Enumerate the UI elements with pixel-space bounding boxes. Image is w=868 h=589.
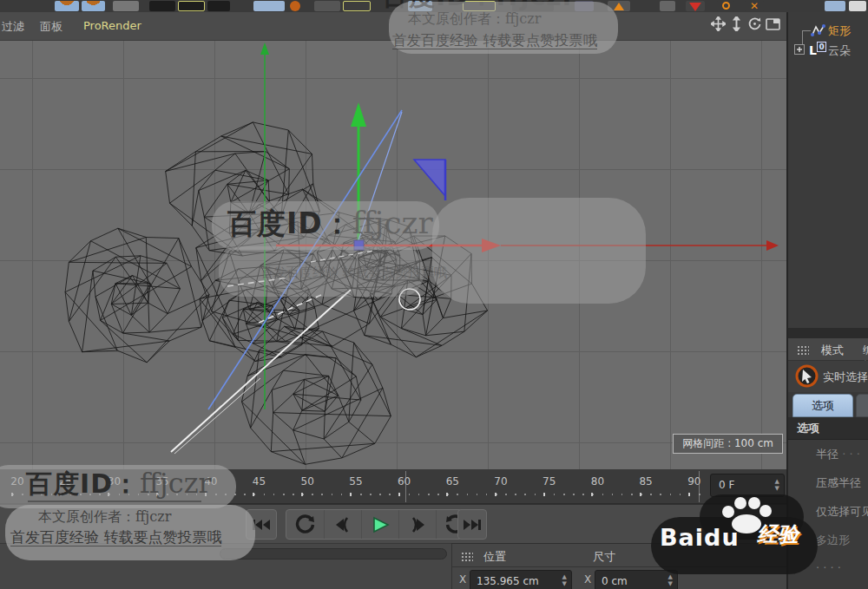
toolbar-icon-2[interactable] xyxy=(113,1,139,11)
toolbar-icon-1[interactable] xyxy=(82,1,105,11)
timeline-tick-label: 85 xyxy=(639,475,652,488)
toolbar-icon-7[interactable] xyxy=(290,1,300,11)
next-frame-button[interactable] xyxy=(398,510,436,539)
coordinates-panel: 位置 尺寸 X 135.965 cm ▲▼ X 0 cm ▲▼ xyxy=(451,543,786,589)
divider xyxy=(452,566,787,567)
toolbar-icon-6[interactable] xyxy=(253,1,285,11)
position-header[interactable]: 位置 xyxy=(483,549,506,565)
rotate-view-icon[interactable] xyxy=(747,16,762,31)
toolbar-icon-10[interactable] xyxy=(408,1,432,11)
frame-stepper[interactable]: ▲▼ xyxy=(775,478,779,492)
viewport-controls xyxy=(711,16,781,31)
maximize-view-icon[interactable] xyxy=(766,16,781,31)
current-frame-field[interactable]: 0 F ▲▼ xyxy=(710,474,785,497)
x-size-field[interactable]: 0 cm ▲▼ xyxy=(595,570,678,589)
timeline-tick-label: 45 xyxy=(253,475,266,488)
preview-range-slider[interactable] xyxy=(220,548,447,560)
x-position-value: 135.965 cm xyxy=(477,575,539,587)
attribute-row-4[interactable]: · · · · xyxy=(816,561,841,574)
menu-item-1[interactable]: 面板 xyxy=(40,19,62,35)
object-item-rectangle[interactable]: 矩形 xyxy=(788,21,868,40)
object-item-cloud[interactable]: L0 云朵 xyxy=(788,41,868,60)
linear-field-icon: L0 xyxy=(809,43,826,57)
object-label[interactable]: 矩形 xyxy=(828,23,851,39)
attribute-row-3[interactable]: 多边形 xyxy=(816,533,850,548)
previous-frame-button[interactable] xyxy=(324,510,361,539)
attributes-header: 模式 编辑 xyxy=(788,338,868,361)
timeline-tick-label: 25 xyxy=(59,475,72,488)
major-ticks xyxy=(11,493,706,496)
current-frame-value: 0 F xyxy=(719,479,734,491)
toolbar-icon-17[interactable] xyxy=(717,1,734,11)
toolbar-icon-20[interactable] xyxy=(849,1,866,11)
expand-icon[interactable] xyxy=(794,44,805,55)
tab-options[interactable]: 选项 xyxy=(792,394,853,417)
size-header[interactable]: 尺寸 xyxy=(593,549,615,565)
go-to-start-button[interactable] xyxy=(246,509,277,540)
mode-menu[interactable]: 模式 xyxy=(821,343,844,358)
viewport-menubar: 过滤面板ProRender xyxy=(0,12,786,41)
viewport-canvas[interactable] xyxy=(0,41,786,469)
panel-splitter[interactable] xyxy=(788,328,868,338)
toolbar-icon-9[interactable] xyxy=(343,1,371,11)
attribute-tabs: 选项 xyxy=(788,392,868,417)
live-selection-icon[interactable] xyxy=(795,364,819,388)
gizmo-center-handle[interactable] xyxy=(354,240,364,250)
toolbar-icon-11[interactable] xyxy=(463,1,496,11)
toolbar-icon-12[interactable] xyxy=(512,1,554,11)
transport-bar: ▶ 90 F xyxy=(0,504,786,543)
toolbar-icon-15[interactable] xyxy=(660,1,675,11)
toolbar-icon-5[interactable] xyxy=(207,1,230,11)
x-position-stepper[interactable]: ▲▼ xyxy=(562,573,567,587)
menu-item-0[interactable]: 过滤 xyxy=(2,19,24,35)
timeline-tick-label: 40 xyxy=(204,475,217,488)
attribute-row-1[interactable]: 压感半径 xyxy=(816,475,861,491)
spline-icon xyxy=(811,23,825,37)
tool-row: 实时选择 xyxy=(788,361,868,392)
go-to-end-button[interactable] xyxy=(457,509,487,540)
section-title: 选项 xyxy=(797,421,819,436)
timeline-tick-label: 70 xyxy=(494,475,507,488)
toolbar-icon-8[interactable] xyxy=(314,1,340,11)
frame-marker[interactable] xyxy=(405,471,406,502)
zoom-icon[interactable] xyxy=(729,16,744,31)
attribute-row-2[interactable]: 仅选择可见 xyxy=(816,504,868,520)
timeline-tick-label: 20 xyxy=(10,475,23,488)
pan-icon[interactable] xyxy=(711,16,726,31)
tab-next[interactable] xyxy=(856,394,868,417)
x-axis-gizmo[interactable] xyxy=(276,239,779,252)
playback-group xyxy=(286,509,474,540)
powerslider-row xyxy=(0,543,451,589)
toolbar-icon-14[interactable] xyxy=(608,1,630,11)
toolbar-icon-0[interactable] xyxy=(55,1,79,11)
toolbar-icon-16[interactable] xyxy=(686,1,705,11)
x-position-label: X xyxy=(459,573,466,586)
options-section-header[interactable]: 选项 xyxy=(788,417,868,440)
menu-item-2[interactable]: ProRender xyxy=(83,19,141,32)
toolbar-icon-19[interactable] xyxy=(825,1,845,11)
timeline-tick-label: 30 xyxy=(108,475,121,488)
play-button[interactable] xyxy=(361,510,398,539)
x-position-field[interactable]: 135.965 cm ▲▼ xyxy=(470,570,572,589)
grid-spacing-label: 网格间距 : 100 cm xyxy=(673,434,783,454)
timeline-ruler[interactable]: 202530354045505560657075808590 0 F ▲▼ xyxy=(0,469,786,504)
toolbar-icon-13[interactable] xyxy=(575,1,594,11)
wireframe-model[interactable] xyxy=(65,122,487,464)
attribute-rows: 半径 · · ·压感半径仅选择可见多边形· · · · xyxy=(788,440,868,589)
range-end-marker[interactable] xyxy=(699,471,700,502)
attribute-row-0[interactable]: 半径 · · · xyxy=(816,447,860,462)
perspective-viewport[interactable]: 网格间距 : 100 cm xyxy=(0,41,786,469)
x-size-value: 0 cm xyxy=(602,575,628,587)
right-panel: 矩形 L0 云朵 模式 编辑 实时选择 选项 xyxy=(786,0,868,589)
main-toolbar: ✕ xyxy=(0,0,868,12)
object-label[interactable]: 云朵 xyxy=(828,43,851,59)
timeline-tick-label: 65 xyxy=(446,475,459,488)
toolbar-icon-3[interactable] xyxy=(149,1,175,11)
x-size-label: X xyxy=(584,573,591,586)
toolbar-icon-18[interactable]: ✕ xyxy=(745,1,764,11)
play-backwards-button[interactable] xyxy=(286,510,324,539)
timeline-tick-label: 55 xyxy=(349,475,362,488)
x-size-stepper[interactable]: ▲▼ xyxy=(668,573,673,587)
timeline-tick-label: 60 xyxy=(398,475,411,488)
toolbar-icon-4[interactable] xyxy=(178,1,205,11)
